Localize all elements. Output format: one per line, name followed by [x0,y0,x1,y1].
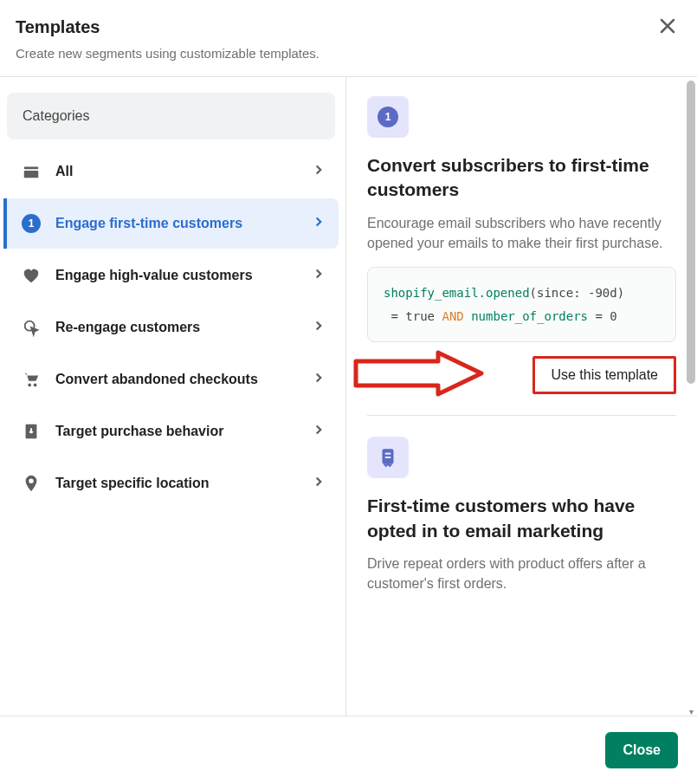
category-engage-high-value[interactable]: Engage high-value customers [3,250,339,301]
template-description: Encourage email subscribers who have rec… [367,213,676,253]
badge-one-icon: 1 [19,214,43,233]
category-all[interactable]: All [3,146,339,197]
template-description: Drive repeat orders with product offers … [367,554,676,593]
category-location[interactable]: Target specific location [3,458,339,509]
category-label: Engage high-value customers [55,268,311,283]
receipt-down-icon [19,422,43,441]
chevron-right-icon [311,318,326,337]
annotation-arrow [352,349,490,401]
divider [367,415,676,416]
svg-rect-8 [383,450,394,464]
category-label: Re-engage customers [55,320,311,335]
badge-one-icon: 1 [367,96,409,138]
templates-main: 1 Convert subscribers to first-time cust… [346,77,697,716]
chevron-right-icon [311,422,326,441]
template-card: 1 Convert subscribers to first-time cust… [367,96,676,394]
category-purchase-behavior[interactable]: Target purchase behavior [3,406,339,457]
svg-rect-2 [24,167,39,170]
template-card: First-time customers who have opted in t… [367,437,676,593]
category-label: Convert abandoned checkouts [55,372,311,387]
template-code: shopify_email.opened(since: -90d) = true… [367,267,676,342]
modal-title: Templates [16,17,681,37]
pin-icon [19,474,43,493]
modal-subtitle: Create new segments using customizable t… [16,46,681,61]
category-engage-first-time[interactable]: 1 Engage first-time customers [3,198,339,249]
template-title: Convert subscribers to first-time custom… [367,153,676,203]
category-label: All [55,164,311,179]
chevron-right-icon [311,214,326,233]
svg-point-6 [34,384,37,387]
category-re-engage[interactable]: Re-engage customers [3,302,339,353]
chevron-right-icon [311,370,326,389]
category-label: Target specific location [55,476,311,491]
svg-rect-3 [24,171,39,178]
chevron-right-icon [311,474,326,493]
chevron-right-icon [311,162,326,181]
scrollbar-thumb[interactable] [687,81,695,384]
category-label: Engage first-time customers [55,216,311,231]
template-title: First-time customers who have opted in t… [367,494,676,543]
use-template-button[interactable]: Use this template [532,356,676,394]
wallet-icon [19,162,43,181]
modal-footer: Close [0,716,697,784]
scrollbar[interactable]: ▴ ▾ [685,77,697,716]
close-button[interactable]: Close [605,732,678,768]
cursor-click-icon [19,318,43,337]
category-label: Target purchase behavior [55,424,311,439]
cart-icon [19,370,43,389]
category-abandoned-checkouts[interactable]: Convert abandoned checkouts [3,354,339,405]
scroll-down-arrow[interactable]: ▾ [687,707,695,716]
heart-icon [19,266,43,285]
chevron-right-icon [311,266,326,285]
categories-header: Categories [7,93,335,139]
modal-header: Templates Create new segments using cust… [0,0,697,77]
svg-point-5 [28,384,31,387]
categories-sidebar: Categories All 1 Engage first-time custo… [0,77,346,716]
receipt-icon [367,437,409,478]
close-icon[interactable] [657,16,678,40]
